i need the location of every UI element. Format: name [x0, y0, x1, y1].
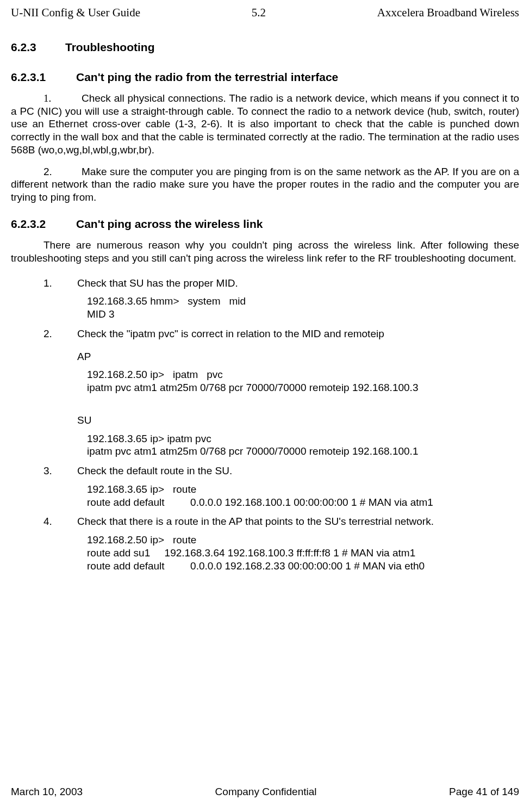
- heading-title: Troubleshooting: [65, 41, 154, 53]
- page-footer: March 10, 2003 Company Confidential Page…: [11, 785, 519, 798]
- heading-6-2-3-1: 6.2.3.1Can't ping the radio from the ter…: [11, 70, 519, 84]
- code-block: 192.168.3.65 hmm> system mid MID 3: [87, 295, 519, 321]
- paragraph: 1.Check all physical connections. The ra…: [11, 92, 519, 157]
- code-block: 192.168.2.50 ip> ipatm pvc ipatm pvc atm…: [87, 368, 519, 394]
- paragraph-text: Make sure the computer you are pinging f…: [11, 166, 519, 203]
- su-label: SU: [77, 414, 519, 427]
- code-block: 192.168.3.65 ip> ipatm pvc ipatm pvc atm…: [87, 432, 519, 458]
- list-number: 3.: [43, 464, 77, 478]
- list-number: 1.: [43, 277, 77, 290]
- footer-date: March 10, 2003: [11, 785, 83, 798]
- list-number: 2.: [43, 327, 77, 340]
- heading-number: 6.2.3: [11, 40, 65, 54]
- paragraph: 2.Make sure the computer you are pinging…: [11, 165, 519, 204]
- footer-confidential: Company Confidential: [215, 785, 317, 798]
- heading-number: 6.2.3.1: [11, 70, 76, 84]
- header-right: Axxcelera Broadband Wireless: [377, 5, 519, 20]
- page-header: U-NII Config & User Guide 5.2 Axxcelera …: [11, 5, 519, 20]
- heading-title: Can't ping the radio from the terrestria…: [76, 71, 338, 83]
- header-center: 5.2: [252, 5, 266, 20]
- heading-6-2-3: 6.2.3Troubleshooting: [11, 40, 519, 54]
- paragraph-text: Check all physical connections. The radi…: [11, 92, 519, 156]
- heading-6-2-3-2: 6.2.3.2Can't ping across the wireless li…: [11, 217, 519, 231]
- list-number: 2.: [43, 165, 82, 178]
- ap-label: AP: [77, 350, 519, 363]
- header-left: U-NII Config & User Guide: [11, 5, 140, 20]
- list-number: 1.: [43, 92, 82, 105]
- list-text: Check that SU has the proper MID.: [77, 277, 238, 289]
- code-block: 192.168.2.50 ip> route route add su1 192…: [87, 534, 519, 572]
- heading-number: 6.2.3.2: [11, 217, 76, 231]
- list-text: Check the "ipatm pvc" is correct in rela…: [77, 328, 384, 339]
- paragraph: There are numerous reason why you couldn…: [11, 239, 519, 265]
- list-number: 4.: [43, 515, 77, 528]
- list-item: 2.Check the "ipatm pvc" is correct in re…: [11, 327, 519, 340]
- list-item: 4.Check that there is a route in the AP …: [11, 515, 519, 528]
- list-item: 1.Check that SU has the proper MID.: [11, 277, 519, 290]
- list-text: Check the default route in the SU.: [77, 465, 232, 476]
- heading-title: Can't ping across the wireless link: [76, 218, 263, 230]
- code-block: 192.168.3.65 ip> route route add default…: [87, 483, 519, 509]
- list-text: Check that there is a route in the AP th…: [77, 516, 434, 527]
- footer-page: Page 41 of 149: [449, 785, 519, 798]
- list-item: 3.Check the default route in the SU.: [11, 464, 519, 478]
